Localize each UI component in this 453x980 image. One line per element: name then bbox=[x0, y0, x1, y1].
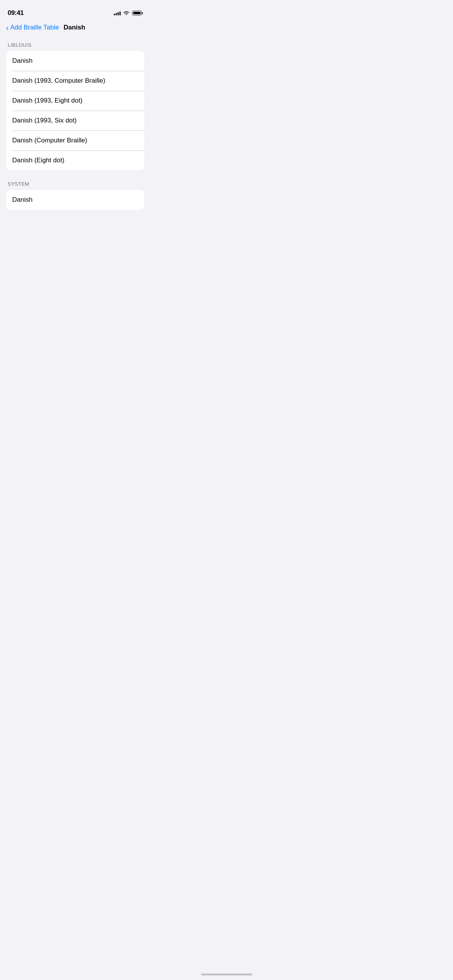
status-icons bbox=[114, 10, 143, 16]
back-chevron-icon: ‹ bbox=[6, 24, 9, 31]
back-label: Add Braille Table bbox=[10, 24, 59, 31]
status-time: 09:41 bbox=[8, 9, 24, 17]
list-item-danish-eight[interactable]: Danish (Eight dot) bbox=[6, 150, 144, 170]
liblouis-section-header: LIBLOUIS bbox=[0, 42, 150, 51]
wifi-icon bbox=[123, 10, 129, 16]
liblouis-section: LIBLOUIS Danish Danish (1993, Computer B… bbox=[0, 42, 150, 170]
list-item-danish-system[interactable]: Danish bbox=[6, 190, 144, 210]
signal-icon bbox=[114, 11, 121, 15]
battery-icon bbox=[132, 11, 143, 15]
system-section: SYSTEM Danish bbox=[0, 181, 150, 210]
list-item-danish-1993-eight[interactable]: Danish (1993, Eight dot) bbox=[6, 91, 144, 111]
system-section-header: SYSTEM bbox=[0, 181, 150, 190]
liblouis-list: Danish Danish (1993, Computer Braille) D… bbox=[6, 51, 144, 170]
main-content: LIBLOUIS Danish Danish (1993, Computer B… bbox=[0, 36, 150, 227]
list-item-danish[interactable]: Danish bbox=[6, 51, 144, 71]
back-button[interactable]: ‹ Add Braille Table bbox=[6, 24, 59, 31]
list-item-danish-computer[interactable]: Danish (Computer Braille) bbox=[6, 131, 144, 150]
nav-title: Danish bbox=[64, 24, 85, 31]
nav-bar: ‹ Add Braille Table Danish bbox=[0, 21, 150, 36]
list-item-danish-1993-six[interactable]: Danish (1993, Six dot) bbox=[6, 111, 144, 131]
status-bar: 09:41 bbox=[0, 0, 150, 21]
system-list: Danish bbox=[6, 190, 144, 210]
list-item-danish-1993-computer[interactable]: Danish (1993, Computer Braille) bbox=[6, 71, 144, 91]
